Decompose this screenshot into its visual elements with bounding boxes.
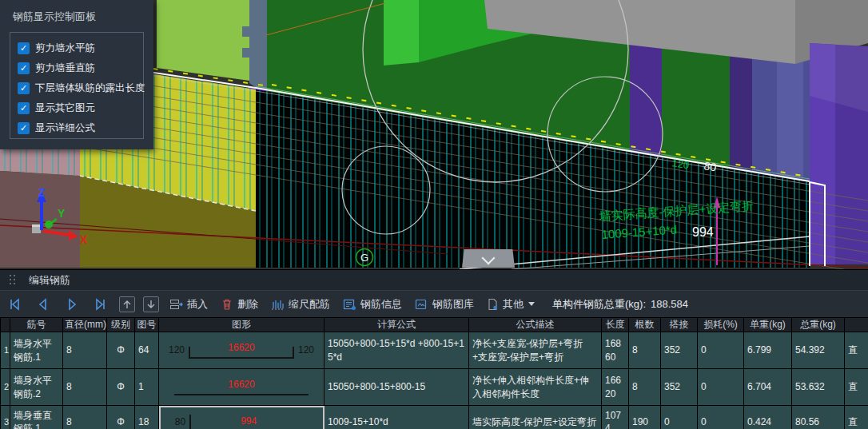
cell-total-weight[interactable]: 54.392 <box>792 332 845 369</box>
row-number[interactable]: 2 <box>1 369 10 406</box>
cell-formula[interactable]: 1009-15+10*d <box>325 406 469 429</box>
shape-drawing: 16620 <box>189 343 294 359</box>
shape-dim-left: 120 <box>169 344 185 356</box>
table-row: 3 墙身垂直钢筋.1 8 Φ 18 80 994 1009-15+10*d 墙实… <box>1 406 868 429</box>
cell-length[interactable]: 16860 <box>602 332 629 369</box>
cell-shape[interactable]: 120 16620 120 <box>159 332 325 369</box>
prev-row-button[interactable] <box>34 296 53 312</box>
header-shape: 图形 <box>159 318 325 332</box>
edit-rebar-title: 编辑钢筋 <box>29 273 70 288</box>
drag-handle[interactable] <box>10 275 16 286</box>
cell-shape[interactable]: 16620 <box>159 369 325 406</box>
checkbox-checked-icon[interactable]: ✓ <box>18 82 30 94</box>
cell-name[interactable]: 墙身垂直钢筋.1 <box>10 406 63 429</box>
cell-fig-no[interactable]: 64 <box>135 332 159 369</box>
row-number[interactable]: 1 <box>1 332 10 369</box>
checkbox-checked-icon[interactable]: ✓ <box>18 62 30 74</box>
cell-lap[interactable]: 352 <box>661 332 698 369</box>
dropdown-caret-icon <box>528 302 535 306</box>
cell-formula[interactable]: 15050+800-15+15*d +800-15+15*d <box>325 332 469 369</box>
cell-loss[interactable]: 0 <box>698 406 744 429</box>
cell-shape-selected[interactable]: 80 994 <box>159 406 325 429</box>
option-show-detailed-formula[interactable]: ✓ 显示详细公式 <box>18 118 136 138</box>
annotation-dim-80: 80 <box>703 159 718 173</box>
library-icon <box>415 298 428 311</box>
page-icon <box>487 298 499 311</box>
chevron-right-icon <box>66 298 78 311</box>
cell-count[interactable]: 8 <box>629 369 661 406</box>
cell-diameter[interactable]: 8 <box>63 369 107 406</box>
header-loss: 损耗(%) <box>698 318 744 332</box>
cell-fig-no[interactable]: 18 <box>135 406 159 429</box>
move-down-button[interactable] <box>143 296 159 312</box>
checkbox-checked-icon[interactable]: ✓ <box>18 42 30 54</box>
header-level: 级别 <box>107 318 135 332</box>
rebar-info-button[interactable]: 钢筋信息 <box>340 296 405 313</box>
cell-level[interactable]: Φ <box>107 332 135 369</box>
header-diameter: 直径(mm) <box>63 318 107 332</box>
header-lap: 搭接 <box>661 318 698 332</box>
header-count: 根数 <box>629 318 661 332</box>
cell-total-weight[interactable]: 80.56 <box>792 406 845 429</box>
skip-last-icon <box>94 298 107 311</box>
collapse-viewport-button[interactable] <box>462 249 515 268</box>
cell-overflow[interactable]: 直 <box>845 369 868 406</box>
cell-overflow[interactable]: 直 <box>845 332 868 369</box>
cell-loss[interactable]: 0 <box>698 369 744 406</box>
cell-name[interactable]: 墙身水平钢筋.1 <box>10 332 63 369</box>
delete-button[interactable]: 删除 <box>217 296 261 313</box>
scale-rebar-button[interactable]: 缩尺配筋 <box>268 296 333 313</box>
move-up-button[interactable] <box>119 296 135 312</box>
other-menu-button[interactable]: 其他 <box>484 296 538 313</box>
cell-loss[interactable]: 0 <box>698 332 744 369</box>
checkbox-checked-icon[interactable]: ✓ <box>18 122 30 134</box>
chevron-down-icon <box>482 252 496 265</box>
cell-name[interactable]: 墙身水平钢筋.2 <box>10 369 63 406</box>
rebar-display-panel: 钢筋显示控制面板 ✓ 剪力墙水平筋 ✓ 剪力墙垂直筋 ✓ 下层墙体纵筋的露出长度… <box>0 0 153 149</box>
option-shearwall-vertical[interactable]: ✓ 剪力墙垂直筋 <box>18 58 136 78</box>
cell-formula-desc[interactable]: 净长+伸入相邻构件长度+伸入相邻构件长度 <box>469 369 602 406</box>
shape-dim-mid: 994 <box>189 415 308 427</box>
cell-count[interactable]: 8 <box>629 332 661 369</box>
cell-lap[interactable]: 0 <box>661 406 698 429</box>
row-number[interactable]: 3 <box>1 406 10 429</box>
next-row-button[interactable] <box>62 296 82 312</box>
cell-lap[interactable]: 352 <box>661 369 698 406</box>
insert-button[interactable]: 插入 <box>166 296 211 313</box>
cell-unit-weight[interactable]: 6.799 <box>744 332 792 369</box>
cell-total-weight[interactable]: 53.632 <box>792 369 845 406</box>
table-row: 1 墙身水平钢筋.1 8 Φ 64 120 16620 120 15050+80… <box>1 332 868 369</box>
last-row-button[interactable] <box>91 296 110 312</box>
cell-level[interactable]: Φ <box>107 369 135 406</box>
option-shearwall-horizontal[interactable]: ✓ 剪力墙水平筋 <box>18 38 136 58</box>
application-window: 墙实际高度-保护层+设定弯折 1009-15+10*d 994 120 80 G… <box>0 0 868 429</box>
cell-overflow[interactable]: 直 <box>845 406 868 429</box>
cell-count[interactable]: 190 <box>629 406 661 429</box>
cell-diameter[interactable]: 8 <box>63 406 107 429</box>
cell-formula-desc[interactable]: 墙实际高度-保护层+设定弯折 <box>469 406 602 429</box>
cell-level[interactable]: Φ <box>107 406 135 429</box>
cell-unit-weight[interactable]: 0.424 <box>744 406 792 429</box>
header-unit-weight: 单重(kg) <box>744 318 792 332</box>
cell-length[interactable]: 16620 <box>602 369 629 406</box>
edit-rebar-toolbar: 插入 删除 缩尺配筋 钢筋信 <box>0 290 868 317</box>
chevron-left-icon <box>37 298 50 311</box>
option-lower-wall-exposed-length[interactable]: ✓ 下层墙体纵筋的露出长度 <box>18 78 136 98</box>
option-label: 剪力墙垂直筋 <box>35 62 95 75</box>
table-header-row: 筋号 直径(mm) 级别 图号 图形 计算公式 公式描述 长度 根数 搭接 损耗… <box>1 318 868 332</box>
checkbox-checked-icon[interactable]: ✓ <box>18 102 30 114</box>
cell-diameter[interactable]: 8 <box>63 332 107 369</box>
total-weight-label: 单构件钢筋总重(kg):188.584 <box>552 297 688 312</box>
rebar-library-button[interactable]: 钢筋图库 <box>412 296 477 313</box>
cell-length[interactable]: 1074 <box>602 406 629 429</box>
skip-first-icon <box>8 298 21 311</box>
first-row-button[interactable] <box>5 296 24 312</box>
table-row: 2 墙身水平钢筋.2 8 Φ 1 16620 15050+800-15+800-… <box>1 369 868 406</box>
cell-fig-no[interactable]: 1 <box>135 369 159 406</box>
option-show-other-elements[interactable]: ✓ 显示其它图元 <box>18 98 136 118</box>
shape-dim-mid: 16620 <box>174 378 309 391</box>
3d-viewport[interactable]: 墙实际高度-保护层+设定弯折 1009-15+10*d 994 120 80 G… <box>0 0 868 269</box>
cell-formula-desc[interactable]: 净长+支座宽-保护层+弯折+支座宽-保护层+弯折 <box>469 332 602 369</box>
cell-unit-weight[interactable]: 6.704 <box>744 369 792 406</box>
cell-formula[interactable]: 15050+800-15+800-15 <box>325 369 469 406</box>
